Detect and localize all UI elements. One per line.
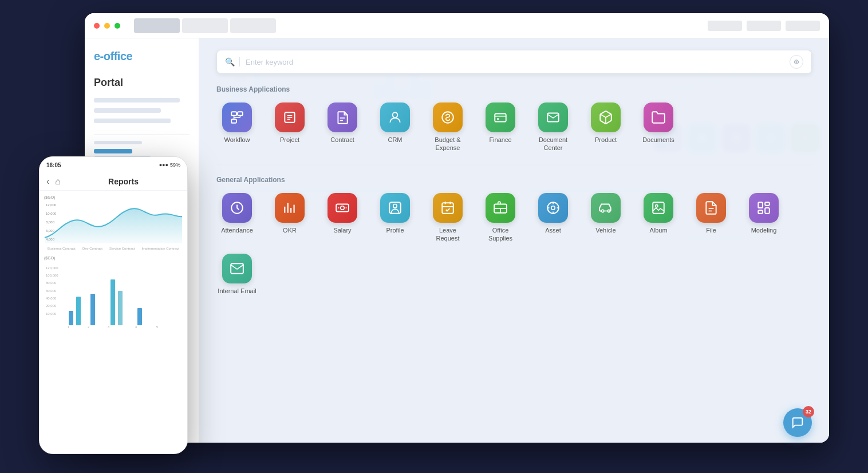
svg-point-40 xyxy=(551,206,555,210)
app-item-email[interactable]: Internal Email xyxy=(216,254,258,295)
svg-point-31 xyxy=(393,204,397,208)
app-label-product: Product xyxy=(595,136,617,144)
mobile-time: 16:05 xyxy=(46,162,61,168)
app-item-doccenter[interactable]: Document Center xyxy=(532,103,574,152)
svg-text:6,000: 6,000 xyxy=(46,229,55,232)
app-item-finance[interactable]: Finance xyxy=(480,103,521,152)
app-icon-product xyxy=(591,103,621,132)
mobile-home-button[interactable]: ⌂ xyxy=(55,176,61,187)
app-item-vehicle[interactable]: Vehicle xyxy=(585,193,626,243)
app-item-office[interactable]: Office Supplies xyxy=(480,193,521,243)
app-item-file[interactable]: File xyxy=(691,193,732,243)
app-item-asset[interactable]: Asset xyxy=(532,193,574,243)
app-item-contract[interactable]: Contract xyxy=(322,103,363,152)
svg-rect-70 xyxy=(90,294,95,325)
search-bar[interactable]: 🔍 Enter keyword ⊕ xyxy=(216,50,812,74)
chat-button[interactable]: 32 xyxy=(783,408,812,437)
app-icon-budget xyxy=(433,103,463,132)
mobile-status-right: ●●● 59% xyxy=(159,162,180,168)
app-label-file: File xyxy=(706,226,716,234)
app-icon-finance xyxy=(486,103,515,132)
app-icon-office xyxy=(486,193,515,223)
app-logo: e-office xyxy=(94,50,190,63)
app-icon-vehicle xyxy=(591,193,621,223)
app-icon-attendance xyxy=(222,193,252,223)
browser-tab-3[interactable] xyxy=(230,18,276,33)
app-icon-contract xyxy=(328,103,357,132)
search-divider xyxy=(239,57,240,66)
business-apps-grid: Workflow xyxy=(216,103,812,152)
browser-window: e-office Portal xyxy=(85,13,829,443)
app-item-salary[interactable]: Salary xyxy=(322,193,363,243)
maximize-dot[interactable] xyxy=(115,23,120,29)
general-apps-title: General Applications xyxy=(216,176,812,184)
svg-text:4,000: 4,000 xyxy=(46,238,55,241)
app-label-profile: Profile xyxy=(386,226,404,234)
svg-point-49 xyxy=(656,204,658,207)
mobile-title: Reports xyxy=(66,177,180,186)
svg-text:120,000: 120,000 xyxy=(46,266,58,270)
browser-topbar xyxy=(85,13,829,38)
svg-text:4: 4 xyxy=(135,325,137,329)
svg-rect-17 xyxy=(495,114,506,122)
app-item-documents[interactable]: Documents xyxy=(638,103,679,152)
browser-tab-2[interactable] xyxy=(182,18,228,33)
app-item-leave[interactable]: Leave Request xyxy=(427,193,468,243)
browser-actions xyxy=(708,21,820,31)
svg-rect-32 xyxy=(442,203,453,213)
svg-text:60,000: 60,000 xyxy=(46,289,57,293)
app-label-contract: Contract xyxy=(330,136,354,144)
app-item-product[interactable]: Product xyxy=(585,103,626,152)
browser-action-3 xyxy=(786,21,820,31)
app-item-crm[interactable]: CRM xyxy=(374,103,416,152)
svg-point-19 xyxy=(497,118,499,120)
app-item-attendance[interactable]: Attendance xyxy=(216,193,258,243)
app-icon-email xyxy=(222,254,252,283)
svg-rect-69 xyxy=(76,297,81,325)
app-label-doccenter: Document Center xyxy=(532,136,574,152)
app-item-album[interactable]: Album xyxy=(638,193,679,243)
svg-rect-54 xyxy=(765,208,770,214)
app-item-project[interactable]: Project xyxy=(269,103,310,152)
search-close-button[interactable]: ⊕ xyxy=(790,55,803,69)
svg-text:5: 5 xyxy=(156,325,158,329)
section-divider xyxy=(216,164,812,164)
app-label-okr: OKR xyxy=(283,226,297,234)
minimize-dot[interactable] xyxy=(104,23,110,29)
svg-text:20,000: 20,000 xyxy=(46,304,57,308)
app-label-documents: Documents xyxy=(642,136,674,144)
app-content: e-office Portal xyxy=(85,38,829,443)
svg-rect-2 xyxy=(231,112,236,116)
mobile-signal: ●●● xyxy=(159,162,168,168)
app-label-leave: Leave Request xyxy=(427,226,468,243)
app-item-budget[interactable]: Budget & Expense xyxy=(427,103,468,152)
svg-rect-52 xyxy=(758,202,763,208)
browser-tabs xyxy=(134,18,703,33)
app-item-workflow[interactable]: Workflow xyxy=(216,103,258,152)
svg-rect-53 xyxy=(765,202,770,205)
app-icon-file xyxy=(696,193,726,223)
browser-action-2 xyxy=(747,21,781,31)
close-dot[interactable] xyxy=(94,23,100,29)
svg-text:2: 2 xyxy=(88,325,89,329)
mobile-back-button[interactable]: ‹ xyxy=(46,176,49,187)
app-icon-project xyxy=(275,103,305,132)
app-icon-documents xyxy=(644,103,673,132)
app-label-vehicle: Vehicle xyxy=(595,226,616,234)
app-icon-asset xyxy=(538,193,568,223)
app-item-okr[interactable]: OKR xyxy=(269,193,310,243)
app-icon-okr xyxy=(275,193,305,223)
sidebar-section-1 xyxy=(94,98,190,123)
app-label-project: Project xyxy=(280,136,299,144)
svg-rect-73 xyxy=(137,308,142,325)
mobile-battery: 59% xyxy=(170,162,180,168)
svg-text:1: 1 xyxy=(68,325,69,329)
app-item-modeling[interactable]: Modeling xyxy=(743,193,784,243)
svg-rect-55 xyxy=(758,210,763,213)
app-launcher: 🔍 Enter keyword ⊕ Business Applications xyxy=(199,38,829,443)
general-apps-grid: Attendance xyxy=(216,193,812,295)
app-item-profile[interactable]: Profile xyxy=(374,193,416,243)
browser-tab-1[interactable] xyxy=(134,18,180,33)
search-placeholder[interactable]: Enter keyword xyxy=(246,58,790,66)
app-label-album: Album xyxy=(649,226,667,234)
